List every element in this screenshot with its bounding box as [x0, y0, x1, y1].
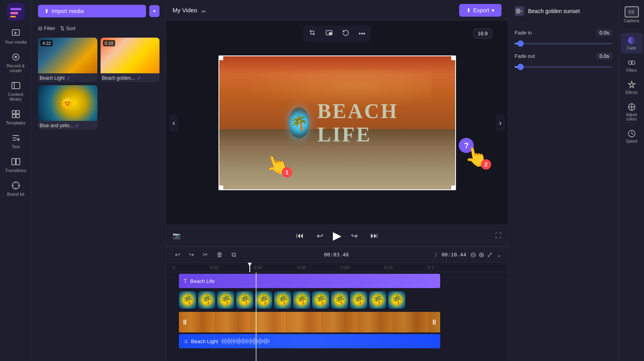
ruler-6: 0:06 [297, 265, 306, 270]
skip-to-end-button[interactable]: ⏭ [367, 229, 382, 242]
ruler-0: 0 [173, 265, 175, 270]
fade-in-slider-track[interactable] [515, 43, 612, 44]
sidebar-item-fade[interactable]: Fade [621, 33, 643, 53]
sticker-2[interactable]: 🌴 [198, 291, 215, 309]
right-tools-sidebar: CC Captions Fade Filters Effects [619, 0, 644, 361]
collapse-timeline-button[interactable]: ⌄ [497, 252, 502, 258]
sticker-4[interactable]: 🌴 [236, 291, 253, 309]
sticker-5[interactable]: 🌴 [255, 291, 272, 309]
sidebar-item-transitions[interactable]: Transitions [2, 154, 30, 176]
audio-waveform [221, 337, 435, 345]
export-button[interactable]: ⬆ Export ▾ [459, 4, 502, 17]
zoom-in-button[interactable]: ⊕ [479, 250, 484, 259]
sidebar-item-text[interactable]: Text [2, 130, 30, 152]
fade-in-row: Fade in 0.0s [515, 29, 612, 36]
ruler-8: 0:08 [341, 265, 349, 270]
crop-tool-button[interactable] [305, 27, 320, 40]
sticker-12[interactable]: 🌴 [388, 291, 405, 309]
ruler-4: 0:04 [254, 265, 262, 270]
main-area: My Video ☁ ⬆ Export ▾ [166, 0, 508, 361]
play-pause-button[interactable]: ▶ [333, 229, 342, 242]
sidebar-item-effects[interactable]: Effects [621, 77, 643, 98]
filter-sort-row: ⊟ Filter ⇅ Sort [32, 22, 166, 34]
fade-out-slider-thumb[interactable] [517, 64, 524, 70]
zoom-out-button[interactable]: ⊖ [470, 250, 476, 259]
skip-to-start-button[interactable]: ⏮ [293, 229, 307, 242]
ruler-labels: 0 0:02 0:04 0:06 0:08 0:10 0:1 [173, 265, 434, 270]
sticker-10[interactable]: 🌴 [350, 291, 367, 309]
sidebar-item-brand-kit[interactable]: Brand kit [2, 178, 30, 200]
ruler-10: 0:10 [384, 265, 393, 270]
playback-controls: ⏮ ↩ ▶ ↪ ⏭ ⛶ 📷 [166, 225, 508, 246]
handle-bl[interactable] [218, 185, 223, 190]
cloud-save-icon: ☁ [200, 7, 206, 14]
fit-timeline-button[interactable]: ⤢ [487, 250, 493, 259]
import-media-button[interactable]: ⬆ Import media [38, 5, 146, 17]
zoom-controls: ⊖ ⊕ ⤢ [470, 250, 493, 259]
next-clip-button[interactable]: › [496, 114, 505, 132]
right-panel: Beach golden sunset Fade in 0.0s Fade ou… [508, 0, 619, 361]
svg-rect-3 [10, 16, 16, 17]
filter-button[interactable]: ⊟ Filter [38, 25, 55, 31]
screenshot-button[interactable]: 📷 [173, 232, 180, 239]
sidebar-item-adjust-colors[interactable]: Adjust colors [621, 99, 643, 124]
undo-button[interactable]: ↩ [173, 249, 182, 260]
redo-button[interactable]: ↪ [186, 249, 196, 260]
sidebar-item-captions[interactable]: CC Captions [621, 3, 643, 26]
rotate-tool-button[interactable] [338, 27, 353, 40]
ruler-end: 0:1 [428, 265, 434, 270]
media-item-blue-yellow[interactable]: 🌞 Blue and yello... ✓ [38, 85, 97, 130]
fade-out-slider-track[interactable] [515, 66, 612, 68]
divider-1 [621, 29, 641, 30]
handle-tr[interactable] [451, 55, 456, 60]
media-panel: ⬆ Import media ▾ ⊟ Filter ⇅ Sort 4:22 Be… [32, 0, 166, 361]
forward-5s-button[interactable]: ↪ [348, 229, 361, 242]
rewind-5s-button[interactable]: ↩ [313, 229, 327, 242]
delete-button[interactable]: 🗑 [214, 250, 225, 260]
fullscreen-button[interactable]: ⛶ [495, 232, 502, 239]
svg-rect-11 [12, 115, 15, 118]
playhead[interactable] [249, 263, 250, 272]
sidebar-item-templates[interactable]: Templates [2, 106, 30, 128]
sidebar-item-content-library[interactable]: Content library [2, 78, 30, 105]
media-item-beach-golden[interactable]: 0:10 Beach golden... ✓ [101, 38, 160, 82]
right-panel-header: Beach golden sunset [508, 0, 619, 23]
prev-clip-button[interactable]: ‹ [169, 114, 178, 132]
svg-rect-14 [16, 159, 20, 165]
media-item-beach-light[interactable]: 4:22 Beach Light ✓ [38, 38, 97, 82]
video-track-clip[interactable]: ⏸ ⏸ [179, 312, 440, 332]
video-track-pause-right-icon: ⏸ [431, 318, 438, 327]
preview-section: ••• 16:9 [166, 21, 508, 246]
sticker-11[interactable]: 🌴 [369, 291, 386, 309]
app-logo[interactable] [7, 3, 25, 21]
duplicate-button[interactable]: ⧉ [229, 250, 238, 260]
sticker-1[interactable]: 🌴 [179, 291, 196, 309]
title-track-row: T Beach Life [173, 274, 502, 288]
sticker-8[interactable]: 🌴 [312, 291, 329, 309]
handle-br[interactable] [451, 185, 456, 190]
svg-rect-19 [516, 9, 520, 13]
sticker-6[interactable]: 🌴 [274, 291, 291, 309]
sticker-9[interactable]: 🌴 [331, 291, 348, 309]
sort-button[interactable]: ⇅ Sort [60, 25, 76, 31]
sticker-7[interactable]: 🌴 [293, 291, 310, 309]
import-media-dropdown-button[interactable]: ▾ [149, 5, 160, 17]
title-track-clip[interactable]: T Beach Life [179, 274, 440, 288]
handle-tl[interactable] [218, 55, 223, 60]
fade-in-label: Fade in [515, 30, 532, 36]
sidebar-item-record-create[interactable]: Record & create [2, 49, 30, 76]
cut-button[interactable]: ✂ [200, 249, 210, 260]
media-panel-header: ⬆ Import media ▾ [32, 0, 166, 22]
sidebar-item-speed[interactable]: Speed [621, 126, 643, 147]
fade-in-slider-thumb[interactable] [517, 40, 524, 47]
panel-content: Fade in 0.0s Fade out 0.0s [508, 23, 619, 361]
sidebar-item-filters[interactable]: Filters [621, 55, 643, 76]
pip-tool-button[interactable] [321, 27, 336, 40]
video-track-row: ⏸ ⏸ [173, 312, 502, 332]
sidebar-item-your-media[interactable]: Your media [2, 25, 30, 48]
sticker-track-row: 🌴 🌴 🌴 🌴 🌴 🌴 🌴 🌴 🌴 🌴 🌴 🌴 [173, 290, 502, 310]
more-tools-button[interactable]: ••• [355, 27, 369, 40]
sticker-3[interactable]: 🌴 [217, 291, 234, 309]
video-track-pause-left-icon: ⏸ [181, 318, 188, 327]
audio-track-clip[interactable]: ♫ Beach Light [179, 334, 440, 348]
